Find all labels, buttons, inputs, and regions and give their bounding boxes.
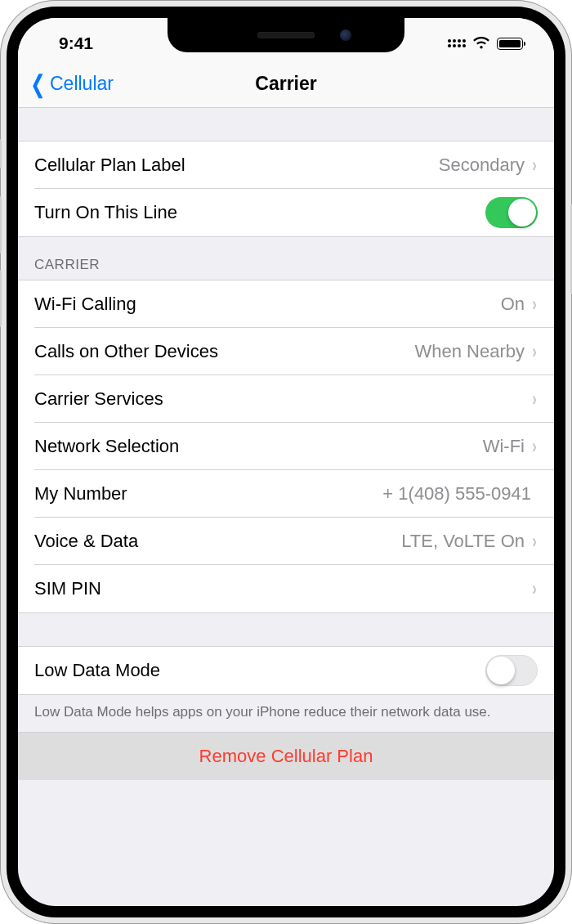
row-value: Secondary [439, 155, 525, 176]
network-selection-row[interactable]: Network Selection Wi-Fi › [18, 423, 554, 470]
row-value: + 1(408) 555-0941 [382, 483, 531, 505]
low-data-mode-toggle[interactable] [485, 655, 538, 686]
front-camera [340, 29, 351, 41]
section-low-data: Low Data Mode [18, 646, 554, 695]
page-title: Carrier [255, 73, 316, 95]
my-number-row[interactable]: My Number + 1(408) 555-0941 [18, 470, 554, 518]
mute-switch [0, 139, 2, 168]
row-value: Wi-Fi [483, 436, 525, 457]
calls-other-devices-row[interactable]: Calls on Other Devices When Nearby › [18, 328, 554, 375]
wifi-calling-row[interactable]: Wi-Fi Calling On › [18, 280, 554, 328]
turn-on-line-toggle[interactable] [485, 197, 538, 228]
row-label: Voice & Data [34, 531, 401, 552]
row-value: LTE, VoLTE On [401, 531, 525, 552]
battery-icon [497, 38, 523, 50]
navigation-bar: ❮ Cellular Carrier [18, 61, 554, 108]
back-button[interactable]: ❮ Cellular [28, 72, 114, 96]
chevron-right-icon: › [532, 293, 537, 316]
row-label: My Number [34, 483, 382, 505]
row-label: Network Selection [34, 436, 483, 457]
remove-label: Remove Cellular Plan [199, 746, 373, 767]
chevron-right-icon: › [532, 154, 537, 177]
wifi-icon [472, 37, 490, 50]
section-carrier: Wi-Fi Calling On › Calls on Other Device… [18, 280, 554, 613]
chevron-left-icon: ❮ [30, 72, 46, 96]
carrier-services-row[interactable]: Carrier Services › [18, 375, 554, 423]
screen: 9:41 ❮ Cellul [18, 18, 554, 906]
volume-down-button [0, 270, 2, 327]
row-label: Calls on Other Devices [34, 341, 414, 362]
chevron-right-icon: › [532, 388, 537, 410]
iphone-device-frame: 9:41 ❮ Cellul [0, 0, 572, 924]
voice-data-row[interactable]: Voice & Data LTE, VoLTE On › [18, 518, 554, 565]
section-remove: Remove Cellular Plan [18, 732, 554, 780]
row-label: Wi-Fi Calling [34, 294, 501, 315]
row-label: Turn On This Line [34, 202, 485, 223]
volume-up-button [0, 196, 2, 253]
chevron-right-icon: › [532, 530, 537, 553]
row-label: Carrier Services [34, 388, 525, 410]
low-data-footer: Low Data Mode helps apps on your iPhone … [18, 695, 554, 732]
sim-pin-row[interactable]: SIM PIN › [18, 565, 554, 612]
row-label: Low Data Mode [34, 660, 485, 681]
row-label: SIM PIN [34, 578, 525, 599]
chevron-right-icon: › [532, 340, 537, 363]
status-time: 9:41 [46, 34, 93, 53]
row-value: On [501, 294, 525, 315]
carrier-section-header: Carrier [18, 237, 554, 280]
turn-on-line-row[interactable]: Turn On This Line [18, 189, 554, 236]
low-data-mode-row[interactable]: Low Data Mode [18, 647, 554, 694]
speaker-grille [257, 32, 315, 38]
notch [168, 18, 404, 52]
row-value: When Nearby [414, 341, 525, 362]
dual-sim-signal-icon [448, 39, 466, 47]
settings-content: Cellular Plan Label Secondary › Turn On … [18, 108, 554, 780]
chevron-right-icon: › [532, 577, 537, 600]
remove-cellular-plan-button[interactable]: Remove Cellular Plan [18, 733, 554, 780]
cellular-plan-label-row[interactable]: Cellular Plan Label Secondary › [18, 141, 554, 189]
chevron-right-icon: › [532, 435, 537, 458]
row-label: Cellular Plan Label [34, 155, 439, 176]
section-plan: Cellular Plan Label Secondary › Turn On … [18, 141, 554, 237]
back-label: Cellular [50, 73, 114, 95]
